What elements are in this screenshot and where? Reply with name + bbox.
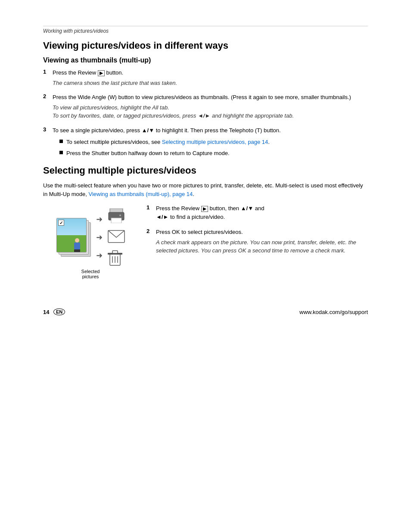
- arrow-printer: ➜: [96, 215, 103, 224]
- figure-person: [73, 238, 81, 251]
- thumbnails-link[interactable]: Viewing as thumbnails (multi-up), page 1…: [89, 191, 193, 197]
- step-1: 1 Press the Review ▶ button. The camera …: [43, 68, 368, 89]
- section2-step-2-text: Press OK to select pictures/videos.: [156, 228, 368, 236]
- photo-card-scene: ✓: [57, 218, 86, 252]
- trash-icon: [108, 250, 122, 266]
- svg-point-3: [119, 215, 121, 216]
- bullet-2-text: Press the Shutter button halfway down to…: [66, 149, 230, 158]
- step-2-number: 2: [43, 93, 50, 100]
- section2-step-1-number: 1: [146, 204, 153, 211]
- section2-step-1-content: Press the Review ▶ button, then ▲/▼ and …: [156, 204, 368, 223]
- bullet-square-icon-2: [59, 151, 63, 154]
- selecting-link[interactable]: Selecting multiple pictures/videos, page…: [162, 139, 268, 145]
- page-number: 14: [43, 309, 50, 315]
- step-1-content: Press the Review ▶ button. The camera sh…: [53, 68, 368, 89]
- step-3: 3 To see a single picture/video, press ▲…: [43, 126, 368, 161]
- section2-step-2-number: 2: [146, 228, 153, 234]
- page-footer: 14 EN www.kodak.com/go/support: [43, 305, 368, 315]
- review-button-icon: ▶: [98, 70, 105, 76]
- step-2-note: To view all pictures/videos, highlight t…: [53, 103, 368, 120]
- bullet-2: Press the Shutter button halfway down to…: [59, 149, 368, 158]
- section1-title: Viewing pictures/videos in different way…: [43, 40, 368, 51]
- bullet-square-icon: [59, 140, 63, 143]
- multi-select-area: ✓ ➜ ➜ ➜: [43, 204, 368, 279]
- step-2-text: Press the Wide Angle (W) button to view …: [53, 93, 368, 102]
- step-3-bullets: To select multiple pictures/videos, see …: [59, 138, 368, 157]
- breadcrumb: Working with pictures/videos: [43, 28, 368, 34]
- section2-step-1-text: Press the Review ▶ button, then ▲/▼ and …: [156, 204, 368, 221]
- language-badge: EN: [53, 308, 65, 315]
- arrow-email: ➜: [96, 233, 103, 242]
- figure-head: [75, 238, 79, 243]
- section2-steps: 1 Press the Review ▶ button, then ▲/▼ an…: [138, 204, 368, 279]
- photo-stack: ✓: [56, 218, 91, 257]
- step-3-number: 3: [43, 126, 50, 133]
- page-number-area: 14 EN: [43, 308, 65, 315]
- section2-step-2-content: Press OK to select pictures/videos. A ch…: [156, 228, 368, 257]
- footer-url: www.kodak.com/go/support: [299, 309, 368, 315]
- step-3-content: To see a single picture/video, press ▲/▼…: [53, 126, 368, 161]
- printer-icon: [108, 208, 125, 223]
- section2-step-2-note: A check mark appears on the picture. You…: [156, 238, 368, 255]
- step-2-content: Press the Wide Angle (W) button to view …: [53, 93, 368, 122]
- arrows-column: ➜ ➜ ➜: [93, 215, 106, 260]
- subsection1-title: Viewing as thumbnails (multi-up): [43, 56, 368, 64]
- section2-step-2: 2 Press OK to select pictures/videos. A …: [146, 228, 368, 257]
- svg-rect-7: [112, 251, 118, 253]
- svg-rect-2: [111, 218, 121, 223]
- section2-intro: Use the multi-select feature when you ha…: [43, 181, 368, 198]
- illustration-column: ✓ ➜ ➜ ➜: [43, 204, 138, 279]
- bullet-1: To select multiple pictures/videos, see …: [59, 138, 368, 146]
- step-1-note: The camera shows the last picture that w…: [53, 79, 368, 87]
- bullet-1-text: To select multiple pictures/videos, see …: [66, 138, 270, 146]
- step-1-text: Press the Review ▶ button.: [53, 68, 368, 77]
- step-3-text: To see a single picture/video, press ▲/▼…: [53, 126, 368, 135]
- photo-ground: [57, 235, 86, 252]
- photo-checkmark: ✓: [58, 220, 64, 226]
- top-rule: [43, 26, 368, 26]
- step-1-number: 1: [43, 68, 50, 75]
- action-icons-column: [108, 208, 125, 266]
- email-icon: [108, 230, 125, 243]
- figure-legs: [74, 249, 80, 252]
- section2: Selecting multiple pictures/videos Use t…: [43, 165, 368, 279]
- figure-body: [74, 243, 80, 249]
- review-button-icon-2: ▶: [201, 206, 208, 212]
- illustration-inner: ✓ ➜ ➜ ➜: [56, 208, 125, 266]
- section2-title: Selecting multiple pictures/videos: [43, 165, 368, 176]
- step-2: 2 Press the Wide Angle (W) button to vie…: [43, 93, 368, 122]
- arrow-trash: ➜: [96, 251, 103, 260]
- photo-card-front: ✓: [56, 218, 87, 252]
- selected-pictures-caption: Selected pictures: [81, 269, 100, 279]
- section2-step-1: 1 Press the Review ▶ button, then ▲/▼ an…: [146, 204, 368, 223]
